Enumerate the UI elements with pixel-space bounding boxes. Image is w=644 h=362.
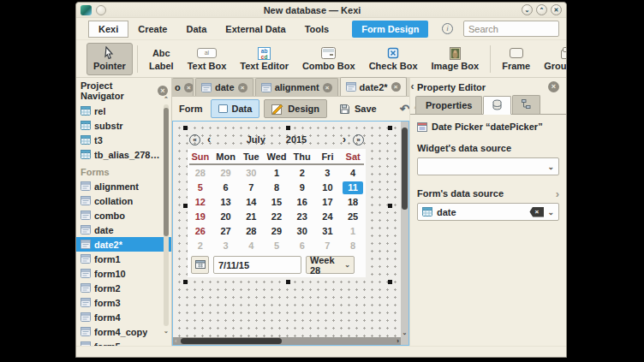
calendar-day[interactable]: 28: [238, 224, 264, 239]
navigator-item-form1[interactable]: form1: [76, 252, 171, 266]
form-menu[interactable]: Form: [179, 104, 203, 114]
tab-data-source[interactable]: [483, 96, 511, 115]
expand-icon[interactable]: ›: [556, 189, 559, 199]
design-view-button[interactable]: Design: [264, 99, 327, 118]
navigator-item-rel[interactable]: rel: [76, 104, 171, 118]
close-navigator-icon[interactable]: ×: [158, 86, 168, 96]
calendar-day[interactable]: 4: [238, 239, 264, 253]
document-tab-date2[interactable]: date2*×: [340, 77, 407, 96]
calendar-day[interactable]: 28: [188, 166, 213, 181]
calendar-day[interactable]: 12: [188, 195, 213, 210]
tool-frame[interactable]: Frame: [495, 43, 537, 75]
calendar-day[interactable]: 3: [315, 166, 341, 181]
calendar-day[interactable]: 16: [289, 195, 315, 210]
navigator-item-date[interactable]: date: [76, 223, 171, 237]
calendar-day[interactable]: 24: [315, 210, 341, 224]
data-view-button[interactable]: Data: [211, 99, 260, 118]
calendar-day[interactable]: 30: [289, 224, 315, 239]
tool-label[interactable]: AbcLabel: [142, 43, 181, 75]
form-data-source-select[interactable]: date × ⌄: [417, 203, 559, 221]
canvas-vertical-scrollbar[interactable]: ⌄: [401, 122, 408, 337]
calendar-day[interactable]: 20: [213, 210, 239, 224]
scroll-down-icon[interactable]: ⌄: [401, 329, 408, 336]
calendar-day[interactable]: 8: [340, 239, 366, 253]
calendar-day[interactable]: 9: [289, 181, 315, 195]
calendar-day[interactable]: 14: [238, 195, 264, 210]
previous-year-icon[interactable]: «: [189, 134, 200, 145]
resize-handle[interactable]: [388, 204, 392, 208]
calendar-day[interactable]: 30: [238, 166, 264, 181]
navigator-item-tb-alias-278[interactable]: tb_alias_278…: [76, 147, 171, 162]
menu-tab-tools[interactable]: Tools: [295, 21, 339, 38]
calendar-day[interactable]: 18: [340, 195, 366, 210]
minimize-icon[interactable]: ⌄: [522, 4, 533, 15]
calendar-day[interactable]: 25: [340, 210, 366, 224]
tool-text-box[interactable]: alText Box: [181, 43, 234, 75]
navigator-item-combo[interactable]: combo: [76, 208, 171, 223]
calendar-day[interactable]: 6: [289, 239, 315, 253]
date-picker-widget[interactable]: « ‹ July 2015 › » SunMo: [185, 128, 391, 282]
week-dropdown[interactable]: Week 28 ⌄: [306, 256, 355, 274]
navigator-item-form3[interactable]: form3: [76, 295, 171, 310]
tool-combo-box[interactable]: Combo Box: [295, 43, 362, 75]
calendar-day[interactable]: 19: [188, 210, 213, 224]
document-tab-alignment[interactable]: alignment×: [255, 78, 338, 96]
menu-tab-kexi[interactable]: Kexi: [88, 21, 128, 38]
calendar-month[interactable]: July: [247, 134, 265, 145]
tool-group-box[interactable]: Group Box: [537, 43, 567, 75]
navigator-item-form4-copy[interactable]: form4_copy: [76, 324, 171, 339]
tool-check-box[interactable]: Check Box: [362, 43, 425, 75]
tab-widget-tree[interactable]: [512, 95, 540, 114]
calendar-day[interactable]: 5: [264, 239, 289, 253]
form-design-canvas[interactable]: « ‹ July 2015 › » SunMo: [172, 121, 409, 346]
tool-pointer[interactable]: Pointer: [86, 43, 133, 75]
tab-properties[interactable]: Properties: [415, 96, 482, 114]
window-menu-button[interactable]: [96, 5, 106, 15]
document-tab-date[interactable]: date×: [195, 78, 253, 96]
navigator-scrollbar[interactable]: ⌃ ⌄: [163, 96, 170, 335]
calendar-day[interactable]: 10: [315, 181, 341, 195]
previous-month-icon[interactable]: ‹: [207, 134, 211, 145]
navigator-item-substr[interactable]: substr: [76, 118, 171, 133]
scroll-up-icon[interactable]: ⌃: [163, 96, 170, 103]
calendar-day[interactable]: 15: [264, 195, 289, 210]
calendar-day[interactable]: 17: [315, 195, 341, 210]
navigator-item-form10[interactable]: form10: [76, 266, 171, 281]
search-input[interactable]: [463, 21, 559, 37]
resize-handle[interactable]: [388, 126, 392, 130]
navigator-item-collation[interactable]: collation: [76, 193, 171, 208]
calendar-day[interactable]: 7: [315, 239, 341, 253]
close-icon[interactable]: ✕: [551, 4, 562, 15]
calendar-day[interactable]: 1: [264, 166, 289, 181]
close-tab-icon[interactable]: ×: [391, 82, 401, 92]
navigator-item-form2[interactable]: form2: [76, 281, 171, 295]
calendar-day[interactable]: 31: [315, 224, 341, 239]
calendar-day[interactable]: 3: [213, 239, 239, 253]
document-tab-o[interactable]: o×: [172, 78, 194, 96]
calendar-day[interactable]: 7: [238, 181, 264, 195]
next-year-icon[interactable]: »: [353, 134, 364, 145]
next-month-icon[interactable]: ›: [343, 134, 346, 145]
resize-handle[interactable]: [388, 280, 392, 284]
info-icon[interactable]: i: [442, 23, 453, 34]
resize-handle[interactable]: [286, 280, 290, 284]
calendar-day[interactable]: 23: [289, 210, 315, 224]
scroll-down-icon[interactable]: ⌄: [163, 328, 170, 335]
undo-icon[interactable]: ↶: [400, 103, 410, 115]
menu-tab-create[interactable]: Create: [128, 21, 176, 38]
navigator-item-form4[interactable]: form4: [76, 310, 171, 324]
close-tab-icon[interactable]: ×: [184, 83, 194, 92]
tool-text-editor[interactable]: abcdText Editor: [233, 43, 295, 75]
calendar-day[interactable]: 13: [213, 195, 239, 210]
calendar-day-selected[interactable]: 11: [340, 181, 366, 195]
scroll-right-icon[interactable]: ›: [397, 337, 399, 345]
menu-tab-form-design[interactable]: Form Design: [352, 21, 428, 38]
date-input[interactable]: [213, 256, 301, 274]
close-tab-icon[interactable]: ×: [238, 83, 247, 92]
calendar-day[interactable]: 21: [238, 210, 264, 224]
canvas-horizontal-scrollbar[interactable]: ‹ ›: [173, 337, 401, 345]
calendar-day[interactable]: 8: [264, 181, 289, 195]
save-button[interactable]: Save: [331, 99, 385, 118]
calendar-day[interactable]: 29: [213, 166, 239, 181]
calendar-day[interactable]: 2: [188, 239, 213, 253]
